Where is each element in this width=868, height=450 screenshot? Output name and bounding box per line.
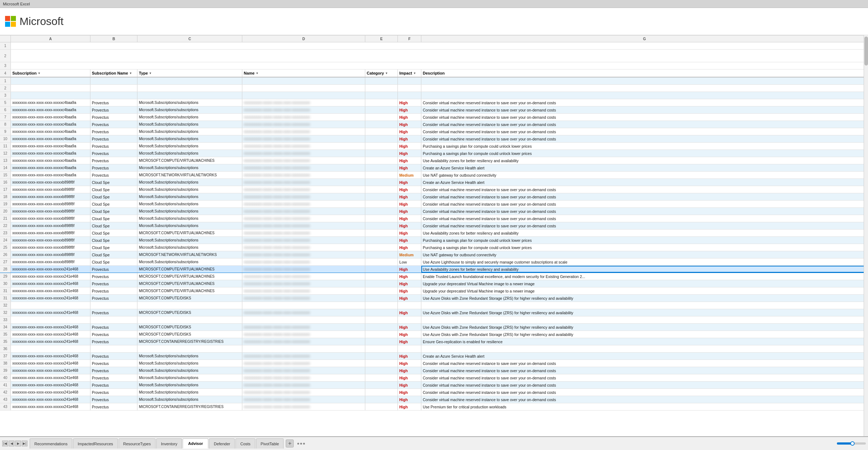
filter-arrow-a[interactable]: ▼ <box>38 72 41 75</box>
filter-arrow-d[interactable]: ▼ <box>256 72 259 75</box>
cell-name: xxxxxxxxxx-xxxxx-xxxxx-xxxx-xxxxxxxxxx <box>242 273 365 280</box>
col-a-header[interactable]: Subscription ▼ <box>11 70 90 77</box>
right-scrollbar[interactable] <box>864 35 868 436</box>
filter-arrow-f[interactable]: ▼ <box>413 72 416 75</box>
cell-category <box>365 345 398 352</box>
title-bar-text: Microsoft Excel <box>3 2 30 6</box>
cell-category <box>365 258 398 265</box>
row-num: 29 <box>0 273 11 280</box>
tab-costs[interactable]: Costs <box>235 438 255 449</box>
cell-impact: High <box>398 237 421 244</box>
cell-type <box>137 92 242 99</box>
filter-arrow-e[interactable]: ▼ <box>385 72 388 75</box>
cell-subscription: xxxxxxxx-xxxx-xxxx-xxxx-xxxxxc4baa9a <box>11 164 90 171</box>
cell-subname: Provectus <box>90 295 137 302</box>
row-num: 22 <box>0 222 11 229</box>
row-num: 11 <box>0 143 11 150</box>
cell-description: Consider virtual machine reserved instan… <box>421 382 868 388</box>
cell-category <box>365 331 398 338</box>
cell-subname: Provectus <box>90 106 137 113</box>
cell-name: xxxxxxxxxx-xxxxx-xxxxx-xxxx-xxxxxxxxxx <box>242 331 365 338</box>
table-row: 30 xxxxxxxx-xxxx-xxxx-xxxx-xxxxxx241e468… <box>0 280 868 287</box>
filter-arrow-b[interactable]: ▼ <box>129 72 132 75</box>
tab-impacted-resources[interactable]: ImpactedResources <box>73 438 118 449</box>
cell-subname <box>90 345 137 352</box>
tab-more-options[interactable] <box>297 443 305 445</box>
col-d-header[interactable]: Name ▼ <box>242 70 365 77</box>
cell-impact: High <box>398 114 421 121</box>
ms-squares <box>5 16 16 27</box>
cell-subscription: xxxxxxxx-xxxx-xxxx-xxxx-xxxxxc4baa9a <box>11 172 90 178</box>
cell-impact: High <box>398 201 421 207</box>
table-row: 37 xxxxxxxx-xxxx-xxxx-xxxx-xxxxxx241e468… <box>0 353 868 360</box>
cell-description: Use Availability zones for better resili… <box>421 230 868 236</box>
tab-add[interactable]: + <box>286 440 294 447</box>
cell-name: xxxxxxxxxx-xxxxx-xxxxx-xxxx-xxxxxxxxxx <box>242 266 365 273</box>
tab-pivot-table[interactable]: PivotTable <box>256 438 284 449</box>
cell-type: Microsoft.Subscriptions/subscriptions <box>137 179 242 186</box>
cell-name: xxxxxxxxxx-xxxxx-xxxxx-xxxx-xxxxxxxxxx <box>242 172 365 178</box>
cell-subscription: xxxxxxxx-xxxx-xxxx-xxxx-xxxxxb898f8f <box>11 201 90 207</box>
tab-resource-types[interactable]: ResourceTypes <box>119 438 156 449</box>
cell-subscription: xxxxxxxx-xxxx-xxxx-xxxx-xxxxxx241e468 <box>11 324 90 331</box>
cell-category <box>365 193 398 200</box>
cell-description: Use Premium tier for critical production… <box>421 403 868 410</box>
tab-nav-right-end[interactable]: ▶| <box>22 441 27 446</box>
ms-name: Microsoft <box>20 15 64 28</box>
cell-name: xxxxxxxxxx-xxxxx-xxxxx-xxxx-xxxxxxxxxx <box>242 396 365 403</box>
bottom-tabs: |◀ ◀ ▶ ▶| Recommendations ImpactedResour… <box>0 436 868 450</box>
table-row: 9 xxxxxxxx-xxxx-xxxx-xxxx-xxxxxc4baa9a P… <box>0 128 868 135</box>
scrollbar-thumb[interactable] <box>864 37 868 66</box>
cell-type: Microsoft.Subscriptions/subscriptions <box>137 215 242 222</box>
cell-type <box>137 316 242 323</box>
tab-inventory[interactable]: Inventory <box>156 438 182 449</box>
table-row: 32 xxxxxxxx-xxxx-xxxx-xxxx-xxxxxx241e468… <box>0 309 868 316</box>
cell-impact <box>398 77 421 84</box>
cell-category <box>365 266 398 273</box>
cell-description: Purchasing a savings plan for compute co… <box>421 237 868 244</box>
col-e-header[interactable]: Category ▼ <box>365 70 398 77</box>
cell-type: Microsoft.Subscriptions/subscriptions <box>137 208 242 215</box>
filter-arrow-c[interactable]: ▼ <box>149 72 152 75</box>
cell-description <box>421 77 868 84</box>
cell-name: xxxxxxxxxx-xxxxx-xxxxx-xxxx-xxxxxxxxxx <box>242 157 365 164</box>
col-f-header[interactable]: Impact ▼ <box>398 70 421 77</box>
col-g-header[interactable]: Description <box>421 70 868 77</box>
cell-type: MICROSOFT.COMPUTE/VIRTUALMACHINES <box>137 287 242 294</box>
cell-type: MICROSOFT.COMPUTE/DISKS <box>137 331 242 338</box>
cell-subscription: xxxxxxxx-xxxx-xxxx-xxxx-xxxxxc4baa9a <box>11 99 90 106</box>
header-area: Microsoft <box>0 8 868 35</box>
cell-description: Consider virtual machine reserved instan… <box>421 106 868 113</box>
cell-subname: Provectus <box>90 396 137 403</box>
cell-type: Microsoft.Subscriptions/subscriptions <box>137 114 242 121</box>
col-b-header[interactable]: Subscription Name ▼ <box>90 70 137 77</box>
cell-category <box>365 251 398 258</box>
cell-type <box>137 302 242 309</box>
cell-category <box>365 150 398 157</box>
cell-type: Microsoft.Subscriptions/subscriptions <box>137 193 242 200</box>
cell-impact: High <box>398 309 421 316</box>
cell-category <box>365 222 398 229</box>
cell-subscription: xxxxxxxx-xxxx-xxxx-xxxx-xxxxxx241e468 <box>11 273 90 280</box>
cell-description: Consider virtual machine reserved instan… <box>421 396 868 403</box>
cell-name <box>242 302 365 309</box>
cell-category <box>365 164 398 171</box>
table-row: 6 xxxxxxxx-xxxx-xxxx-xxxx-xxxxxc4baa9a P… <box>0 106 868 114</box>
tab-nav-right[interactable]: ▶ <box>15 441 21 446</box>
cell-impact <box>398 85 421 92</box>
cell-description: Purchasing a savings plan for compute co… <box>421 244 868 251</box>
row-num: 35 <box>0 331 11 338</box>
cell-impact: High <box>398 295 421 302</box>
cell-subscription: xxxxxxxx-xxxx-xxxx-xxxx-xxxxxx241e468 <box>11 331 90 338</box>
zoom-slider[interactable] <box>837 442 866 445</box>
col-c-header[interactable]: Type ▼ <box>137 70 242 77</box>
cell-subname: Provectus <box>90 150 137 157</box>
tab-recommendations[interactable]: Recommendations <box>30 438 72 449</box>
tab-defender[interactable]: Defender <box>209 438 235 449</box>
cell-name: xxxxxxxxxx-xxxxx-xxxxx-xxxx-xxxxxxxxxx <box>242 360 365 367</box>
tab-nav-left-end[interactable]: |◀ <box>2 441 8 446</box>
cell-subname: Provectus <box>90 135 137 142</box>
tab-advisor[interactable]: Advisor <box>183 438 208 449</box>
tab-nav-left[interactable]: ◀ <box>9 441 14 446</box>
cell-subname: Provectus <box>90 324 137 331</box>
